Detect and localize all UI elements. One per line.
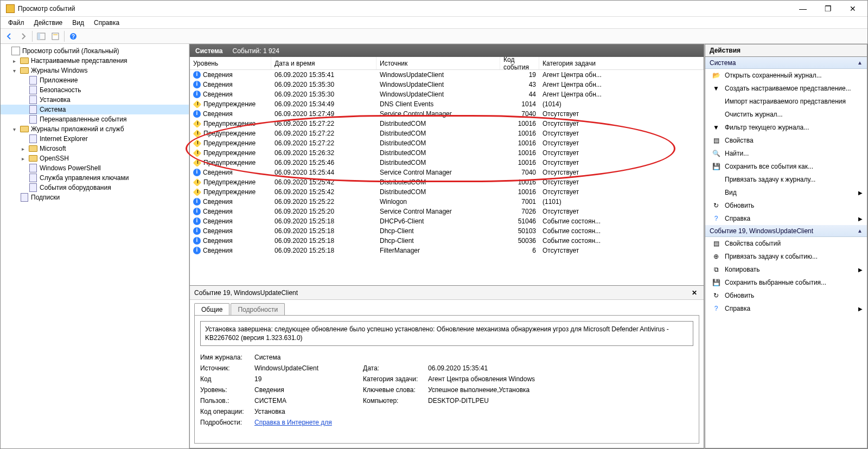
action-properties[interactable]: ▤Свойства (705, 134, 867, 147)
tree-security[interactable]: Безопасность (1, 85, 189, 95)
menu-view[interactable]: Вид (68, 18, 88, 28)
event-row[interactable]: Сведения06.09.2020 15:25:18DHCPv6-Client… (190, 216, 704, 226)
maximize-button[interactable]: ❐ (815, 1, 840, 17)
action-refresh[interactable]: ↻Обновить (705, 199, 867, 212)
event-row[interactable]: Сведения06.09.2020 15:35:41WindowsUpdate… (190, 70, 704, 80)
event-rows[interactable]: Сведения06.09.2020 15:35:41WindowsUpdate… (190, 70, 704, 285)
event-row[interactable]: Предупреждение06.09.2020 15:27:22Distrib… (190, 119, 704, 129)
event-row[interactable]: Сведения06.09.2020 15:25:22Winlogon7001(… (190, 197, 704, 207)
col-date[interactable]: Дата и время (271, 57, 376, 69)
tree-ie[interactable]: Internet Explorer (1, 134, 189, 144)
menu-help[interactable]: Справка (90, 18, 124, 28)
event-row[interactable]: Предупреждение06.09.2020 15:34:49DNS Cli… (190, 99, 704, 109)
tree-setup[interactable]: Установка (1, 95, 189, 105)
tree-system[interactable]: Система (1, 105, 189, 114)
action-help[interactable]: ?Справка▶ (705, 212, 867, 225)
event-row[interactable]: Сведения06.09.2020 15:25:18Dhcp-Client50… (190, 236, 704, 246)
event-row[interactable]: Сведения06.09.2020 15:25:20Service Contr… (190, 207, 704, 216)
event-row[interactable]: Предупреждение06.09.2020 15:26:32Distrib… (190, 148, 704, 158)
action-help2[interactable]: ?Справка▶ (705, 302, 867, 315)
event-date: 06.09.2020 15:25:18 (271, 237, 376, 245)
event-description: Установка завершена: следующее обновлени… (200, 321, 693, 346)
event-date: 06.09.2020 15:25:22 (271, 198, 376, 206)
tree-label: Безопасность (40, 86, 81, 94)
menu-file[interactable]: Файл (4, 18, 29, 28)
back-button[interactable] (3, 30, 16, 43)
event-row[interactable]: Сведения06.09.2020 15:35:30WindowsUpdate… (190, 89, 704, 99)
tree-custom-views[interactable]: ▸Настраиваемые представления (1, 56, 189, 66)
event-id: 7040 (500, 169, 539, 176)
tree-application[interactable]: Приложение (1, 75, 189, 85)
tree-apps-logs[interactable]: ▾Журналы приложений и служб (1, 124, 189, 134)
action-create-view[interactable]: ▼Создать настраиваемое представление... (705, 82, 867, 95)
action-view[interactable]: Вид▶ (705, 186, 867, 199)
action-clear-log[interactable]: Очистить журнал... (705, 108, 867, 121)
event-level-text: Предупреждение (203, 188, 256, 196)
action-filter[interactable]: ▼Фильтр текущего журнала... (705, 121, 867, 134)
event-row[interactable]: Предупреждение06.09.2020 15:25:46Distrib… (190, 158, 704, 168)
value-computer: DESKTOP-DITLPEU (428, 397, 693, 405)
action-save-selected[interactable]: 💾Сохранить выбранные события... (705, 276, 867, 289)
event-source: FilterManager (376, 247, 500, 254)
action-event-attach[interactable]: ⊕Привязать задачу к событию... (705, 250, 867, 263)
actions-section-system[interactable]: Система▲ (705, 57, 867, 69)
action-import-view[interactable]: Импорт настраиваемого представления (705, 95, 867, 108)
show-hide-tree-button[interactable] (35, 30, 48, 43)
event-row[interactable]: Предупреждение06.09.2020 15:27:22Distrib… (190, 138, 704, 148)
close-button[interactable]: ✕ (840, 1, 865, 17)
event-row[interactable]: Сведения06.09.2020 15:25:44Service Contr… (190, 168, 704, 177)
col-eventid[interactable]: Код события (500, 57, 539, 69)
col-category[interactable]: Категория задачи (539, 57, 704, 69)
tree-powershell[interactable]: Windows PowerShell (1, 163, 189, 173)
tree-root[interactable]: Просмотр событий (Локальный) (1, 46, 189, 56)
label-computer: Компьютер: (363, 397, 428, 405)
event-row[interactable]: Сведения06.09.2020 15:35:30WindowsUpdate… (190, 80, 704, 89)
import-icon (712, 97, 720, 106)
event-row[interactable]: Предупреждение06.09.2020 15:27:22Distrib… (190, 129, 704, 138)
action-refresh2[interactable]: ↻Обновить (705, 289, 867, 302)
tree-microsoft[interactable]: ▸Microsoft (1, 144, 189, 153)
info-icon (193, 71, 201, 79)
action-open-saved-log[interactable]: 📂Открыть сохраненный журнал... (705, 69, 867, 82)
forward-button[interactable] (17, 30, 30, 43)
menu-action[interactable]: Действие (30, 18, 67, 28)
tab-general[interactable]: Общие (194, 303, 229, 316)
col-level[interactable]: Уровень (190, 57, 271, 69)
action-attach-task[interactable]: Привязать задачу к журналу... (705, 173, 867, 186)
event-row[interactable]: Сведения06.09.2020 15:25:18Dhcp-Client50… (190, 226, 704, 236)
event-category: Отсутствует (539, 159, 704, 166)
action-find[interactable]: 🔍Найти... (705, 147, 867, 160)
tree-pane[interactable]: Просмотр событий (Локальный) ▸Настраивае… (1, 44, 189, 448)
event-date: 06.09.2020 15:35:30 (271, 81, 376, 88)
tree-openssh[interactable]: ▸OpenSSH (1, 153, 189, 163)
tree-windows-logs[interactable]: ▾Журналы Windows (1, 66, 189, 75)
minimize-button[interactable]: — (790, 1, 815, 17)
actions-section-event[interactable]: Событие 19, WindowsUpdateClient▲ (705, 225, 867, 237)
tab-details[interactable]: Подробности (231, 303, 285, 316)
close-detail-button[interactable]: ✕ (690, 288, 699, 298)
help-button[interactable]: ? (67, 30, 80, 43)
event-row[interactable]: Сведения06.09.2020 15:27:49Service Contr… (190, 109, 704, 119)
event-row[interactable]: Предупреждение06.09.2020 15:25:42Distrib… (190, 177, 704, 187)
tree-key-mgmt[interactable]: Служба управления ключами (1, 173, 189, 183)
tree-forwarded[interactable]: Перенаправленные события (1, 114, 189, 124)
properties-button[interactable] (49, 30, 62, 43)
tree-label: Журналы Windows (31, 67, 87, 74)
event-category: Событие состоян... (539, 227, 704, 235)
col-source[interactable]: Источник (376, 57, 500, 69)
event-row[interactable]: Сведения06.09.2020 15:25:18FilterManager… (190, 246, 704, 255)
tree-subscriptions[interactable]: Подписки (1, 193, 189, 202)
help-link[interactable]: Справка в Интернете для (254, 419, 332, 426)
event-level-text: Предупреждение (203, 130, 256, 137)
action-event-props[interactable]: ▤Свойства событий (705, 237, 867, 250)
tree-hardware[interactable]: События оборудования (1, 183, 189, 193)
help-icon: ? (712, 214, 720, 223)
view-icon (712, 188, 720, 197)
event-row[interactable]: Предупреждение06.09.2020 15:25:42Distrib… (190, 187, 704, 197)
tree-label: Установка (40, 96, 71, 104)
event-source: DistributedCOM (376, 120, 500, 127)
column-headers[interactable]: Уровень Дата и время Источник Код событи… (190, 57, 704, 70)
action-copy[interactable]: ⧉Копировать▶ (705, 263, 867, 276)
event-source: Dhcp-Client (376, 237, 500, 245)
action-save-all[interactable]: 💾Сохранить все события как... (705, 160, 867, 173)
